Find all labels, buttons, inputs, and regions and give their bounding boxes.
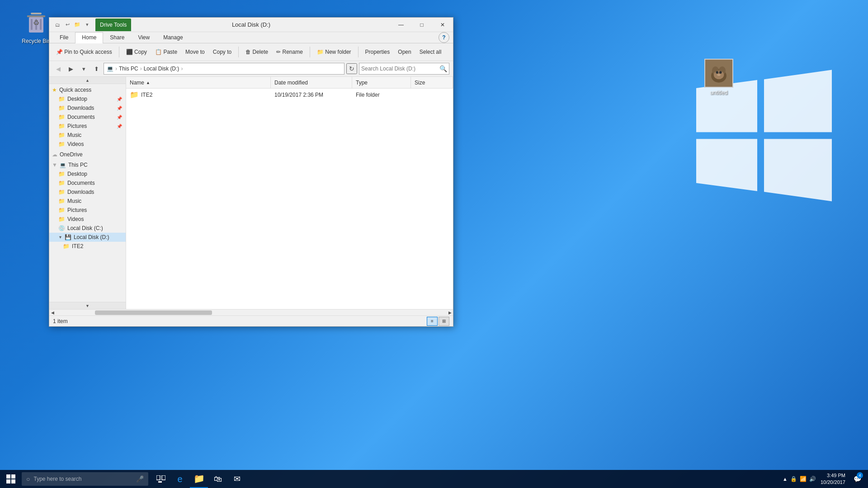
tab-view[interactable]: View [131, 32, 156, 43]
address-path[interactable]: 💻 › This PC › Local Disk (D:) › [104, 63, 344, 75]
svg-rect-20 [11, 474, 15, 479]
new-folder-btn[interactable]: 📁 New folder [314, 47, 354, 57]
sidebar-item-local-disk-d[interactable]: ▼ 💾 Local Disk (D:) [49, 233, 126, 242]
taskbar-task-view[interactable] [152, 470, 170, 488]
tab-manage[interactable]: Manage [156, 32, 189, 43]
sidebar-item-pictures-quickaccess[interactable]: 📁 Pictures 📌 [49, 122, 126, 131]
rename-btn[interactable]: ✏ Rename [273, 47, 306, 57]
search-icon[interactable]: 🔍 [439, 65, 447, 72]
details-view-btn[interactable]: ⊞ [439, 317, 449, 326]
minimize-button[interactable]: — [391, 18, 411, 32]
sidebar-item-desktop-thispc[interactable]: 📁 Desktop [49, 169, 126, 178]
taskbar-mail[interactable]: ✉ [228, 470, 246, 488]
sidebar-item-downloads-thispc[interactable]: 📁 Downloads [49, 188, 126, 197]
notification-center[interactable]: 💬 4 [850, 470, 864, 488]
svg-point-18 [717, 74, 721, 76]
sidebar-label: Downloads [67, 189, 94, 195]
scroll-track[interactable] [56, 310, 447, 315]
sidebar-item-music-thispc[interactable]: 📁 Music [49, 197, 126, 206]
tab-share[interactable]: Share [103, 32, 131, 43]
sidebar-section-quick-access[interactable]: ★ Quick access [49, 84, 126, 94]
table-row[interactable]: 📁 ITE2 10/19/2017 2:36 PM File folder [126, 89, 453, 101]
taskbar-file-explorer[interactable]: 📁 [190, 470, 208, 488]
svg-rect-7 [31, 19, 33, 30]
copy-to-btn[interactable]: Copy to [210, 47, 235, 57]
copy-btn[interactable]: ⬛ Copy [123, 47, 150, 57]
pin-to-quick-access-btn[interactable]: 📌 Pin to Quick access [53, 47, 115, 57]
volume-icon[interactable]: 🔊 [809, 476, 816, 482]
vpn-icon: 🔒 [790, 476, 797, 482]
paste-btn[interactable]: 📋 Paste [152, 47, 180, 57]
sidebar-item-downloads-quickaccess[interactable]: 📁 Downloads 📌 [49, 103, 126, 113]
folder-icon: 📁 [130, 90, 139, 99]
sidebar-item-music-quickaccess[interactable]: 📁 Music [49, 131, 126, 140]
select-btn[interactable]: Select all [416, 47, 445, 57]
quick-access-new-folder-btn[interactable]: 📁 [73, 20, 82, 29]
taskbar-store[interactable]: 🛍 [209, 470, 227, 488]
sidebar-label: Videos [67, 141, 84, 147]
close-button[interactable]: ✕ [432, 18, 453, 32]
folder-icon: 📁 [58, 198, 65, 204]
refresh-button[interactable]: ↻ [346, 63, 357, 74]
task-view-icon [156, 475, 165, 483]
tab-home[interactable]: Home [75, 32, 103, 43]
back-button[interactable]: ◀ [53, 63, 64, 74]
microphone-icon[interactable]: 🎤 [136, 475, 144, 483]
sidebar-scroll-down[interactable]: ▼ [49, 302, 126, 309]
sidebar-item-videos-thispc[interactable]: 📁 Videos [49, 215, 126, 224]
quick-access-more-btn[interactable]: ▾ [83, 20, 92, 29]
sidebar-item-videos-quickaccess[interactable]: 📁 Videos [49, 140, 126, 149]
help-button[interactable]: ? [439, 32, 449, 43]
drive-tools-label: Drive Tools [100, 22, 127, 28]
system-clock[interactable]: 3:49 PM 10/20/2017 [818, 472, 848, 486]
up-button[interactable]: ⬆ [91, 63, 102, 74]
delete-btn[interactable]: 🗑 Delete [242, 47, 271, 57]
sidebar-item-documents-quickaccess[interactable]: 📁 Documents 📌 [49, 113, 126, 122]
pin-icon: 📌 [117, 106, 122, 111]
scroll-left-btn[interactable]: ◀ [49, 310, 56, 316]
tab-file[interactable]: File [53, 32, 75, 43]
desktop-file-untitled[interactable]: untitled [701, 59, 737, 96]
view-buttons: ≡ ⊞ [427, 317, 449, 326]
sidebar-section-onedrive[interactable]: ☁ OneDrive [49, 149, 126, 159]
path-this-pc[interactable]: This PC [119, 66, 138, 72]
path-local-disk-d[interactable]: Local Disk (D:) [144, 66, 179, 72]
list-view-btn[interactable]: ≡ [427, 317, 438, 326]
col-header-date[interactable]: Date modified [271, 77, 352, 88]
taskbar-search-box[interactable]: ○ Type here to search 🎤 [22, 472, 148, 486]
sidebar-item-pictures-thispc[interactable]: 📁 Pictures [49, 206, 126, 215]
sidebar-scroll-up[interactable]: ▲ [49, 77, 126, 84]
folder-icon: 📁 [193, 473, 205, 484]
taskbar-edge-browser[interactable]: e [171, 470, 189, 488]
move-to-btn[interactable]: Move to [182, 47, 208, 57]
col-header-name[interactable]: Name ▲ [126, 77, 271, 88]
scroll-right-btn[interactable]: ▶ [447, 310, 453, 316]
start-button[interactable] [0, 470, 22, 488]
sidebar-item-desktop-quickaccess[interactable]: 📁 Desktop 📌 [49, 94, 126, 103]
properties-btn[interactable]: Properties [362, 47, 393, 57]
quick-access-properties-btn[interactable]: 🗂 [53, 20, 62, 29]
sidebar-section-thispc[interactable]: ▼ 💻 This PC [49, 159, 126, 169]
search-input[interactable] [361, 66, 438, 72]
sidebar-item-ite2[interactable]: 📁 ITE2 [49, 242, 126, 251]
search-box[interactable]: 🔍 [359, 63, 449, 75]
sidebar-item-documents-thispc[interactable]: 📁 Documents [49, 178, 126, 188]
network-icon[interactable]: 📶 [800, 476, 807, 482]
path-computer-icon: 💻 [107, 66, 113, 72]
open-btn[interactable]: Open [395, 47, 414, 57]
horizontal-scrollbar[interactable]: ◀ ▶ [49, 309, 453, 315]
desktop-file-label: untitled [701, 89, 737, 96]
forward-button[interactable]: ▶ [66, 63, 76, 74]
drive-tools-tab[interactable]: Drive Tools [95, 19, 131, 31]
maximize-button[interactable]: □ [411, 18, 432, 32]
file-list-empty[interactable] [126, 101, 453, 309]
sidebar-item-local-disk-c[interactable]: 💿 Local Disk (C:) [49, 224, 126, 233]
col-header-size[interactable]: Size [411, 77, 453, 88]
show-hidden-icons[interactable]: ▲ [783, 476, 788, 482]
taskbar-pinned-apps: e 📁 🛍 ✉ [152, 470, 246, 488]
col-header-type[interactable]: Type [352, 77, 411, 88]
quick-access-undo-btn[interactable]: ↩ [63, 20, 72, 29]
minimize-icon: — [398, 22, 404, 28]
svg-rect-25 [158, 481, 162, 483]
recent-locations-button[interactable]: ▾ [78, 63, 89, 74]
